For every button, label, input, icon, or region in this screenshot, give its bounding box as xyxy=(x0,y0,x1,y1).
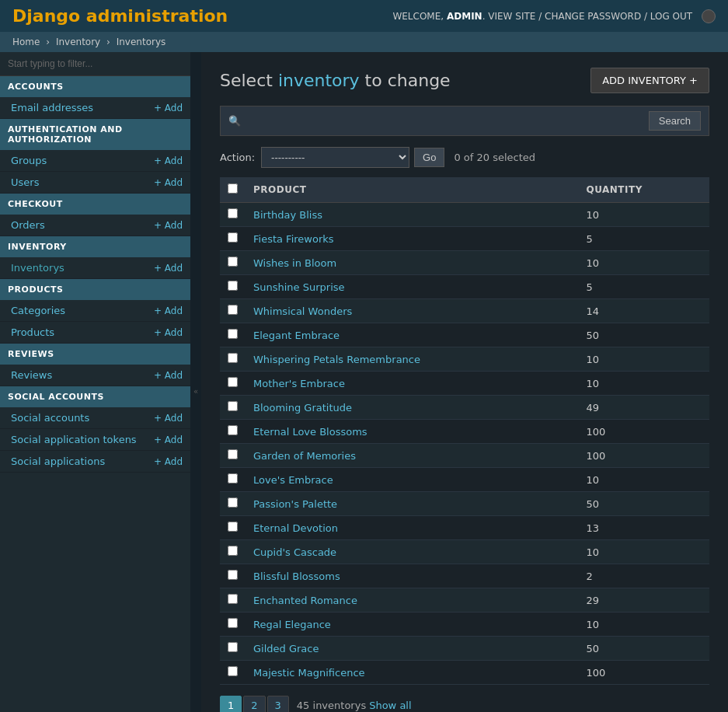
pagination-page-2[interactable]: 2 xyxy=(243,696,265,712)
sidebar-link-social-applications[interactable]: Social applications xyxy=(11,455,105,467)
sidebar-add-social-applications[interactable]: + Add xyxy=(154,456,183,467)
sidebar-link-users[interactable]: Users xyxy=(11,176,39,188)
row-checkbox[interactable] xyxy=(228,208,238,218)
row-checkbox[interactable] xyxy=(228,473,238,483)
site-title: Django administration xyxy=(12,6,228,26)
row-checkbox[interactable] xyxy=(228,305,238,315)
row-checkbox-cell xyxy=(220,275,246,299)
sidebar-add-email-addresses[interactable]: + Add xyxy=(154,103,183,113)
row-product-link[interactable]: Whimsical Wonders xyxy=(253,305,352,317)
table-row: Whispering Petals Remembrance 10 xyxy=(220,347,709,372)
row-checkbox-cell xyxy=(220,203,246,227)
row-product-link[interactable]: Eternal Devotion xyxy=(253,522,338,534)
search-button[interactable]: Search xyxy=(649,111,701,131)
change-password-link[interactable]: CHANGE PASSWORD xyxy=(545,10,641,21)
pagination-page-1[interactable]: 1 xyxy=(220,696,242,712)
sidebar: ACCOUNTS Email addresses + Add AUTHENTIC… xyxy=(0,52,190,712)
row-checkbox[interactable] xyxy=(228,281,238,291)
sidebar-add-social-application-tokens[interactable]: + Add xyxy=(154,435,183,445)
sidebar-link-email-addresses[interactable]: Email addresses xyxy=(11,102,93,113)
row-product-link[interactable]: Elegant Embrace xyxy=(253,330,340,341)
row-product-link[interactable]: Blissful Blossoms xyxy=(253,571,340,582)
sidebar-link-products[interactable]: Products xyxy=(11,326,54,338)
row-checkbox[interactable] xyxy=(228,329,238,339)
log-out-link[interactable]: LOG OUT xyxy=(650,10,692,21)
product-column-header[interactable]: PRODUCT xyxy=(246,177,578,203)
row-product-link[interactable]: Majestic Magnificence xyxy=(253,667,365,679)
row-checkbox[interactable] xyxy=(228,353,238,363)
row-checkbox[interactable] xyxy=(228,522,238,532)
row-checkbox-cell xyxy=(220,564,246,588)
row-checkbox-cell xyxy=(220,637,246,661)
search-input[interactable] xyxy=(241,115,649,127)
row-checkbox[interactable] xyxy=(228,401,238,411)
breadcrumb-home[interactable]: Home xyxy=(12,37,40,47)
row-product-link[interactable]: Enchanted Romance xyxy=(253,595,357,606)
pagination-show-all[interactable]: Show all xyxy=(369,700,411,711)
row-product-cell: Majestic Magnificence xyxy=(246,661,578,685)
sidebar-section-accounts-header: ACCOUNTS xyxy=(0,76,190,97)
sidebar-add-orders[interactable]: + Add xyxy=(154,220,183,231)
row-product-link[interactable]: Cupid's Cascade xyxy=(253,546,336,558)
row-checkbox[interactable] xyxy=(228,449,238,459)
sidebar-add-products[interactable]: + Add xyxy=(154,327,183,338)
sidebar-section-social-accounts-header: SOCIAL ACCOUNTS xyxy=(0,386,190,407)
sidebar-link-reviews[interactable]: Reviews xyxy=(11,369,52,381)
selected-count: 0 of 20 selected xyxy=(454,152,535,163)
row-product-link[interactable]: Wishes in Bloom xyxy=(253,257,336,269)
row-checkbox-cell xyxy=(220,347,246,372)
row-checkbox[interactable] xyxy=(228,377,238,387)
sidebar-link-categories[interactable]: Categories xyxy=(11,305,65,316)
row-product-cell: Mother's Embrace xyxy=(246,372,578,396)
row-product-link[interactable]: Love's Embrace xyxy=(253,474,333,486)
sidebar-link-social-application-tokens[interactable]: Social application tokens xyxy=(11,434,137,445)
sidebar-item-groups: Groups + Add xyxy=(0,150,190,172)
sidebar-link-inventorys[interactable]: Inventorys xyxy=(11,262,64,274)
sidebar-add-reviews[interactable]: + Add xyxy=(154,370,183,381)
table-row: Elegant Embrace 50 xyxy=(220,323,709,347)
sidebar-add-groups[interactable]: + Add xyxy=(154,155,183,166)
row-product-link[interactable]: Fiesta Fireworks xyxy=(253,233,334,245)
pagination-page-3[interactable]: 3 xyxy=(267,696,289,712)
row-checkbox[interactable] xyxy=(228,642,238,652)
sidebar-section-auth: AUTHENTICATION AND AUTHORIZATION Groups … xyxy=(0,119,190,194)
sidebar-link-groups[interactable]: Groups xyxy=(11,155,47,166)
theme-toggle-button[interactable] xyxy=(702,9,716,23)
row-product-link[interactable]: Birthday Bliss xyxy=(253,209,322,221)
row-product-link[interactable]: Sunshine Surprise xyxy=(253,281,345,293)
quantity-column-header[interactable]: QUANTITY xyxy=(578,177,709,203)
row-product-link[interactable]: Blooming Gratitude xyxy=(253,402,352,414)
sidebar-link-orders[interactable]: Orders xyxy=(11,219,45,231)
sidebar-filter-input[interactable] xyxy=(0,52,190,76)
row-checkbox[interactable] xyxy=(228,618,238,628)
row-product-link[interactable]: Eternal Love Blossoms xyxy=(253,426,367,438)
sidebar-collapse-button[interactable]: « xyxy=(190,52,201,712)
select-all-checkbox[interactable] xyxy=(228,183,238,194)
row-checkbox[interactable] xyxy=(228,497,238,508)
row-checkbox[interactable] xyxy=(228,257,238,267)
row-checkbox[interactable] xyxy=(228,570,238,580)
row-product-link[interactable]: Passion's Palette xyxy=(253,498,337,510)
sidebar-add-categories[interactable]: + Add xyxy=(154,305,183,316)
action-select[interactable]: ---------- Delete selected inventorys xyxy=(261,147,409,168)
row-checkbox[interactable] xyxy=(228,232,238,243)
row-product-link[interactable]: Gilded Grace xyxy=(253,643,319,654)
view-site-link[interactable]: VIEW SITE xyxy=(488,10,535,21)
row-product-link[interactable]: Regal Elegance xyxy=(253,619,331,630)
row-checkbox[interactable] xyxy=(228,425,238,435)
row-checkbox-cell xyxy=(220,444,246,468)
breadcrumb-inventory[interactable]: Inventory xyxy=(56,37,100,47)
row-checkbox[interactable] xyxy=(228,546,238,556)
table-row: Sunshine Surprise 5 xyxy=(220,275,709,299)
sidebar-add-social-accounts[interactable]: + Add xyxy=(154,413,183,424)
row-product-link[interactable]: Garden of Memories xyxy=(253,450,356,462)
row-product-link[interactable]: Mother's Embrace xyxy=(253,378,345,389)
add-inventory-button[interactable]: ADD INVENTORY + xyxy=(590,68,709,93)
row-checkbox[interactable] xyxy=(228,594,238,604)
sidebar-add-users[interactable]: + Add xyxy=(154,177,183,188)
action-go-button[interactable]: Go xyxy=(414,148,444,167)
row-checkbox[interactable] xyxy=(228,666,238,676)
sidebar-add-inventorys[interactable]: + Add xyxy=(154,263,183,274)
row-product-link[interactable]: Whispering Petals Remembrance xyxy=(253,354,420,365)
sidebar-link-social-accounts[interactable]: Social accounts xyxy=(11,412,89,424)
